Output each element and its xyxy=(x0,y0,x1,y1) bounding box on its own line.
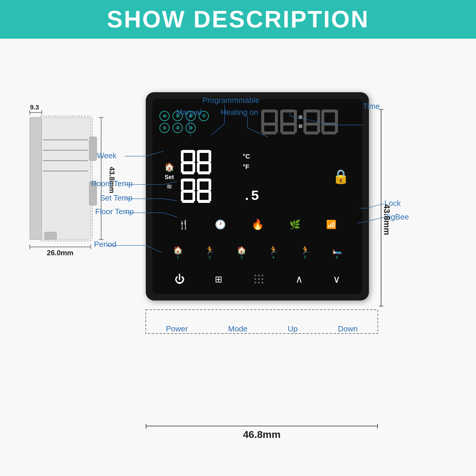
svg-rect-28 xyxy=(275,123,278,133)
svg-rect-72 xyxy=(192,191,195,201)
svg-rect-48 xyxy=(321,110,324,123)
svg-rect-9 xyxy=(45,232,57,239)
svg-rect-74 xyxy=(198,190,210,193)
day-4: ④ xyxy=(159,111,170,121)
thermostat-outer: ④ ⑤ ⑥ ⑦ ① ② ③ xyxy=(146,92,369,300)
svg-rect-64 xyxy=(209,151,211,162)
svg-rect-47 xyxy=(322,131,336,134)
svg-rect-53 xyxy=(182,161,194,164)
main-content: 9.3 26.0mm 43.8mm ④ ⑤ ⑥ xyxy=(0,39,476,476)
bottom-controls: ⏻ ⊞ ∧ ∨ xyxy=(159,273,355,288)
thermostat-screen: ④ ⑤ ⑥ ⑦ ① ② ③ xyxy=(152,99,362,294)
svg-rect-46 xyxy=(322,123,336,126)
svg-rect-32 xyxy=(280,110,283,123)
svg-rect-65 xyxy=(209,162,211,173)
width-dimension: 46.8mm xyxy=(146,426,378,440)
svg-rect-23 xyxy=(262,123,276,126)
svg-rect-30 xyxy=(281,123,295,126)
svg-rect-55 xyxy=(181,151,184,162)
svg-text:9.3: 9.3 xyxy=(30,104,39,111)
time-display xyxy=(260,107,355,137)
svg-text:26.0mm: 26.0mm xyxy=(47,249,73,257)
floor-temp-label: Floor Temp xyxy=(95,207,134,216)
day-row-bottom: ① ② ③ xyxy=(159,123,209,133)
svg-rect-63 xyxy=(197,162,200,173)
power-label: Power xyxy=(166,324,188,333)
svg-rect-26 xyxy=(261,123,264,133)
svg-rect-66 xyxy=(182,178,194,181)
svg-rect-27 xyxy=(275,110,278,123)
svg-rect-70 xyxy=(181,191,184,201)
power-icon[interactable]: ⏻ xyxy=(175,273,185,285)
svg-rect-2 xyxy=(30,118,42,239)
svg-rect-79 xyxy=(209,191,211,201)
svg-rect-67 xyxy=(182,190,194,193)
period-3: 🏠3 xyxy=(237,246,246,259)
set-temp-label: Set Temp xyxy=(100,193,132,203)
temp-display-row: 🏠 Set ≋ xyxy=(159,149,355,204)
up-icon[interactable]: ∧ xyxy=(295,273,303,285)
svg-rect-40 xyxy=(305,131,318,134)
svg-point-86 xyxy=(254,282,256,284)
flame-icon: 🔥 xyxy=(251,218,264,230)
period-label: Period xyxy=(94,240,116,249)
period-2: 🏃2 xyxy=(205,246,214,259)
svg-point-80 xyxy=(254,275,256,276)
svg-rect-56 xyxy=(181,162,184,173)
svg-rect-69 xyxy=(181,179,184,190)
svg-rect-44 xyxy=(317,123,320,133)
svg-rect-51 xyxy=(335,123,338,133)
height-dim-line xyxy=(381,110,381,306)
width-label: 46.8mm xyxy=(146,429,378,440)
fahrenheit-label: °F xyxy=(243,162,259,172)
fork-icon: 🍴 xyxy=(178,219,189,230)
svg-point-83 xyxy=(254,278,256,280)
period-4: 🏃4 xyxy=(269,246,278,259)
height-dim-bottom xyxy=(379,306,383,306)
svg-rect-43 xyxy=(317,110,320,123)
svg-rect-57 xyxy=(192,151,195,162)
svg-rect-7 xyxy=(89,137,97,161)
svg-rect-25 xyxy=(261,110,264,123)
svg-rect-41 xyxy=(303,110,306,123)
period-5: 🏃5 xyxy=(300,246,310,259)
svg-rect-60 xyxy=(198,161,210,164)
page-title: SHOW DESCRIPTION xyxy=(107,6,369,33)
svg-point-84 xyxy=(258,278,260,280)
svg-point-82 xyxy=(262,275,263,276)
time-svg xyxy=(260,107,355,137)
height-dim-top xyxy=(379,109,383,110)
svg-rect-37 xyxy=(299,124,302,128)
room-temp-svg xyxy=(181,149,240,176)
svg-rect-75 xyxy=(198,200,210,203)
period-6: 🛏️6 xyxy=(332,246,342,259)
svg-rect-54 xyxy=(182,171,194,174)
set-temp-svg xyxy=(181,177,240,204)
svg-rect-34 xyxy=(294,110,297,123)
day-2: ② xyxy=(173,123,183,133)
height-label: 43.8mm xyxy=(382,204,392,235)
day-1: ① xyxy=(159,123,170,133)
celsius-label: °C xyxy=(243,151,259,162)
svg-rect-52 xyxy=(182,150,194,153)
week-label: Week xyxy=(97,151,117,160)
svg-rect-71 xyxy=(192,179,195,190)
svg-point-88 xyxy=(262,282,263,284)
svg-rect-68 xyxy=(182,200,194,203)
svg-rect-73 xyxy=(198,178,210,181)
down-icon[interactable]: ∨ xyxy=(333,273,340,285)
svg-rect-22 xyxy=(262,109,276,112)
manual-label: Manual xyxy=(176,108,201,117)
svg-rect-24 xyxy=(262,131,276,134)
svg-rect-29 xyxy=(281,109,295,112)
units-column: °C °F .5 xyxy=(243,149,259,204)
day-3: ③ xyxy=(186,123,196,133)
up-label: Up xyxy=(288,324,298,333)
svg-rect-35 xyxy=(294,123,297,133)
left-icon-column: 🏠 Set ≋ xyxy=(162,162,177,191)
button-labels-row: Power Mode Up Down xyxy=(146,324,378,333)
mode-icon-btn[interactable]: ⊞ xyxy=(215,274,222,284)
temp-units: °C °F xyxy=(243,151,259,172)
wifi-icon: 📶 xyxy=(326,220,336,229)
mode-icons-row: 🍴 🕐 🔥 🌿 📶 xyxy=(159,216,355,233)
